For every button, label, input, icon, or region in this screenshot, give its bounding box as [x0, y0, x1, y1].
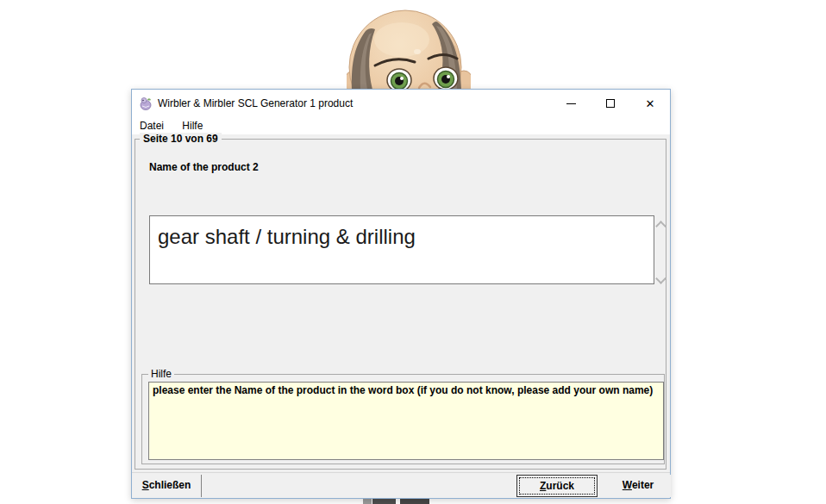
- right-eye: [434, 67, 458, 90]
- close-icon: ✕: [646, 98, 655, 109]
- minimize-icon: [566, 103, 576, 104]
- title-bar: Wirbler & Mirbler SCL Generator 1 produc…: [132, 90, 670, 117]
- product-name-label: Name of the product 2: [149, 161, 259, 173]
- help-text-box[interactable]: please enter the Name of the product in …: [148, 382, 664, 460]
- menu-item-hilfe[interactable]: Hilfe: [174, 117, 210, 134]
- back-button[interactable]: Zurück: [516, 475, 598, 497]
- close-dialog-button[interactable]: Schließen: [132, 475, 202, 497]
- peeking-character-head: [347, 7, 471, 90]
- window-title: Wirbler & Mirbler SCL Generator 1 produc…: [158, 97, 353, 109]
- app-window: Wirbler & Mirbler SCL Generator 1 produc…: [131, 89, 671, 499]
- footer-bar: Schließen Zurück Weiter: [132, 472, 670, 498]
- next-button[interactable]: Weiter: [605, 475, 671, 497]
- help-group-label: Hilfe: [148, 368, 174, 380]
- left-eye: [387, 69, 411, 90]
- maximize-button[interactable]: [597, 90, 624, 117]
- close-window-button[interactable]: ✕: [636, 90, 664, 117]
- product-name-input[interactable]: gear shaft / turning & drilling: [149, 215, 654, 284]
- menu-item-datei[interactable]: Datei: [132, 117, 172, 134]
- minimize-button[interactable]: [557, 90, 585, 117]
- page-group-label: Seite 10 von 69: [140, 133, 222, 145]
- maximize-icon: [606, 99, 615, 108]
- app-icon: [139, 96, 153, 110]
- menu-bar: Datei Hilfe: [132, 117, 670, 134]
